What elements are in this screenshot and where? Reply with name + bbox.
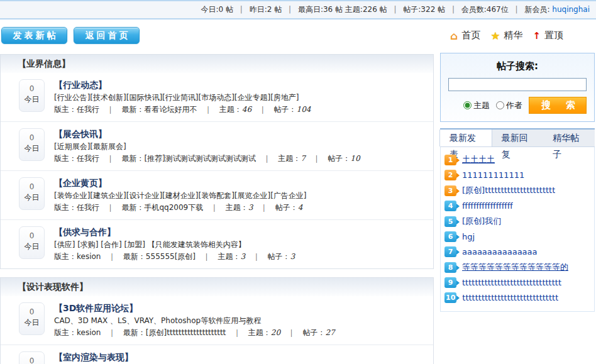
- new-post-button[interactable]: 发表新帖: [1, 27, 67, 44]
- tab-latest-replies[interactable]: 最新回复: [492, 130, 544, 146]
- latest-post-link[interactable]: [推荐]测试测试测试测试测试测试: [144, 154, 255, 163]
- rank-badge: 9: [444, 277, 456, 288]
- today-count: 0: [19, 84, 44, 93]
- today-count: 0: [19, 356, 44, 364]
- tab-latest-posts[interactable]: 最新发表: [439, 130, 492, 146]
- radio-topic[interactable]: 主题: [463, 100, 490, 111]
- stat-today: 今日:0 帖: [201, 5, 234, 14]
- moderator-link[interactable]: kesion: [77, 328, 101, 337]
- forum-title-link[interactable]: 【供求与合作】: [54, 226, 116, 238]
- separator: ｜: [263, 154, 271, 163]
- radio-topic-input[interactable]: [463, 101, 472, 109]
- posts-label: 帖子：: [274, 105, 297, 114]
- rank-badge: 4: [444, 201, 456, 211]
- back-home-button[interactable]: 返回首页: [74, 27, 140, 44]
- forum-sublinks[interactable]: [装饰企业][建筑企业][设计企业][建材企业][装饰配套][展览企业][广告企…: [54, 190, 307, 202]
- rank-badge: 3: [444, 185, 456, 196]
- list-item: 5 [原创]我们: [444, 216, 590, 227]
- search-button[interactable]: 搜 索: [529, 97, 587, 114]
- new-member-link[interactable]: huqinghai: [552, 5, 590, 14]
- list-item: 1 土土土土: [444, 154, 590, 165]
- forum-title-link[interactable]: 【企业黄页】: [54, 177, 107, 189]
- separator: ｜: [253, 252, 260, 261]
- list-item: 9 ttttttttttttttttttttttttttttttt: [444, 277, 590, 288]
- topic-link[interactable]: 土土土土: [462, 154, 495, 165]
- moderator-link[interactable]: 任我行: [77, 203, 99, 212]
- radio-author-input[interactable]: [496, 101, 504, 109]
- forum-description: CAD、3D MAX 、LS、VRAY、Photoshop等软件应用与教程: [54, 315, 335, 327]
- home-link[interactable]: 首页: [461, 30, 480, 41]
- pinned-link[interactable]: 置顶: [544, 30, 563, 41]
- list-item: 7 aaaaaaaaaaaaaaa: [444, 246, 590, 257]
- digest-link[interactable]: 精华: [504, 30, 522, 41]
- radio-topic-label: 主题: [473, 100, 490, 111]
- forum-row: 0 今日 【室内渲染与表现】 [居住空间][公共空间][渲染学堂] 版主：kes…: [1, 345, 433, 364]
- topic-link[interactable]: ffffffffffffffffff: [462, 201, 513, 211]
- search-input[interactable]: [448, 78, 587, 91]
- rank-badge: 6: [444, 231, 456, 242]
- topic-link[interactable]: [原创]我们: [462, 216, 501, 227]
- today-count-badge: 0 今日: [19, 226, 45, 259]
- new-member-label: 新会员:: [524, 5, 549, 14]
- arrow-up-icon: ↑: [533, 30, 541, 41]
- latest-post-link[interactable]: 555555[原创]: [146, 252, 196, 261]
- list-item: 4 ffffffffffffffffff: [444, 201, 590, 211]
- posts-count: 10: [350, 154, 360, 163]
- forum-info: 【展会快讯】 [近期展会][最新展会] 版主：任我行 ｜ 最新：[推荐]测试测试…: [54, 128, 360, 165]
- rank-badge: 7: [444, 246, 456, 257]
- latest-label: 最新：: [121, 105, 144, 114]
- forum-sublinks[interactable]: [行业公告][技术创新][国际快讯][行业简讯][市场动态][企业专题][房地产…: [54, 92, 311, 104]
- quicklinks: ⌂ 首页 ★ 精华 ↑ 置顶: [450, 27, 595, 44]
- stats-bar: 今日:0 帖 | 昨日:2 帖 | 最高日:36 帖 主题:226 帖 | 帖子…: [0, 0, 596, 19]
- tab-digest-posts[interactable]: 精华帖子: [543, 130, 595, 146]
- today-count: 0: [19, 307, 44, 316]
- forum-info: 【室内渲染与表现】 [居住空间][公共空间][渲染学堂] 版主：kesion ｜…: [54, 351, 294, 364]
- moderator-link[interactable]: 任我行: [77, 154, 99, 163]
- moderator-label: 版主：: [54, 203, 77, 212]
- posts-count: 27: [325, 328, 334, 337]
- today-count-badge: 0 今日: [19, 302, 45, 335]
- rank-badge: 1: [444, 155, 456, 165]
- moderator-link[interactable]: kesion: [77, 252, 101, 261]
- posts-count: 4: [298, 203, 303, 212]
- topic-link[interactable]: tttttttttttttttttttttttttttttt: [462, 293, 558, 302]
- radio-author[interactable]: 作者: [496, 100, 522, 111]
- forum-title-link[interactable]: 【展会快讯】: [54, 128, 107, 140]
- separator: ｜: [259, 105, 267, 114]
- posts-count: 104: [297, 105, 311, 114]
- topic-link[interactable]: 111111111111: [462, 170, 524, 180]
- posts-label: 帖子：: [328, 154, 350, 163]
- forum-sublinks[interactable]: [近期展会][最新展会]: [54, 141, 360, 153]
- moderator-link[interactable]: 任我行: [77, 105, 99, 114]
- star-icon: ★: [490, 30, 500, 42]
- forum-section: 【业界信息】 0 今日 【行业动态】 [行业公告][技术创新][国际快讯][行业…: [0, 54, 434, 269]
- radio-author-label: 作者: [506, 100, 522, 111]
- section-title: 【业界信息】: [1, 55, 433, 73]
- forum-info: 【企业黄页】 [装饰企业][建筑企业][设计企业][建材企业][装饰配套][展览…: [54, 177, 307, 214]
- topics-label: 主题：: [226, 203, 248, 212]
- topic-link[interactable]: aaaaaaaaaaaaaaa: [462, 247, 538, 256]
- topic-link[interactable]: 等等等等等等等等等等等等的: [462, 262, 568, 273]
- separator: ｜: [107, 203, 114, 212]
- list-item: 6 hgj: [444, 231, 590, 242]
- forum-meta: 版主：任我行 ｜ 最新：[推荐]测试测试测试测试测试测试 ｜ 主题：7 ｜ 帖子…: [54, 153, 360, 165]
- latest-post-link[interactable]: [原创]tttttttttttttttttttt: [146, 328, 226, 337]
- topic-link[interactable]: hgj: [462, 232, 475, 241]
- topic-link[interactable]: ttttttttttttttttttttttttttttttt: [462, 278, 561, 287]
- latest-label: 最新：: [121, 203, 144, 212]
- latest-label: 最新：: [121, 154, 144, 163]
- today-count: 0: [19, 133, 44, 142]
- forum-title-link[interactable]: 【室内渲染与表现】: [54, 351, 133, 363]
- separator: ｜: [204, 105, 212, 114]
- forum-meta: 版主：任我行 ｜ 最新：手机qq2009下载 ｜ 主题：3 ｜ 帖子：4: [54, 202, 307, 214]
- forum-title-link[interactable]: 【3D软件应用论坛】: [54, 302, 138, 314]
- list-item: 3 [原创]tttttttttttttttttttttt: [444, 185, 590, 196]
- latest-post-link[interactable]: 手机qq2009下载: [144, 203, 203, 212]
- search-panel: 帖子搜索: 主题 作者 搜 索: [440, 53, 595, 122]
- topic-link[interactable]: [原创]tttttttttttttttttttttt: [462, 185, 555, 196]
- forum-title-link[interactable]: 【行业动态】: [54, 79, 107, 91]
- posts-label: 帖子：: [275, 203, 298, 212]
- latest-post-link[interactable]: 看看论坛好用不: [144, 105, 197, 114]
- separator: ｜: [108, 328, 116, 337]
- forum-sublinks[interactable]: [供应] [求购] [合作] [加盟] 【只能发建筑装饰相关内容】: [54, 239, 295, 251]
